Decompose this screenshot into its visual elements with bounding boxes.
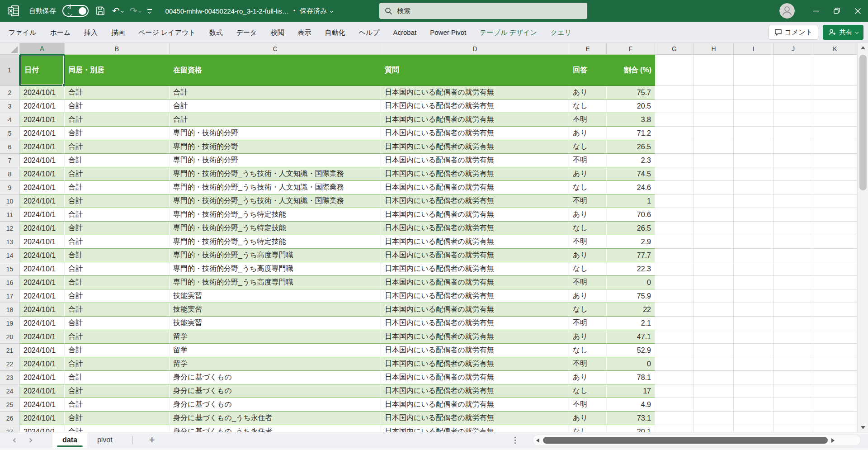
empty-cell[interactable] (655, 99, 694, 113)
empty-cell[interactable] (734, 208, 774, 222)
cell-A9[interactable]: 2024/10/1 (20, 181, 65, 194)
row-header-7[interactable]: 7 (0, 154, 20, 167)
cell-A19[interactable]: 2024/10/1 (20, 317, 65, 330)
row-header-14[interactable]: 14 (0, 249, 20, 262)
empty-cell[interactable] (774, 99, 813, 113)
cell-F15[interactable]: 22.3 (607, 262, 655, 276)
cell-B13[interactable]: 合計 (65, 235, 170, 249)
empty-cell[interactable] (774, 412, 813, 425)
cell-D11[interactable]: 日本国内にいる配偶者の就労有無 (381, 208, 569, 222)
row-header-21[interactable]: 21 (0, 344, 20, 357)
cell-F18[interactable]: 22 (607, 303, 655, 317)
empty-cell[interactable] (734, 384, 774, 398)
empty-cell[interactable] (813, 330, 857, 344)
cell-C18[interactable]: 技能実習 (170, 303, 381, 317)
empty-cell[interactable] (694, 154, 734, 167)
empty-cell[interactable] (774, 235, 813, 249)
cell-A15[interactable]: 2024/10/1 (20, 262, 65, 276)
cell-C17[interactable]: 技能実習 (170, 289, 381, 303)
empty-cell[interactable] (694, 344, 734, 357)
cell-D6[interactable]: 日本国内にいる配偶者の就労有無 (381, 140, 569, 154)
cell-B23[interactable]: 合計 (65, 371, 170, 384)
empty-cell[interactable] (694, 412, 734, 425)
ribbon-tab-Acrobat[interactable]: Acrobat (387, 22, 424, 43)
cell-D3[interactable]: 日本国内にいる配偶者の就労有無 (381, 99, 569, 113)
empty-cell[interactable] (813, 425, 857, 432)
ribbon-tab-データ[interactable]: データ (230, 22, 264, 43)
empty-cell[interactable] (694, 425, 734, 432)
empty-cell[interactable] (813, 181, 857, 194)
empty-cell[interactable] (734, 357, 774, 371)
empty-cell[interactable] (774, 181, 813, 194)
empty-cell[interactable] (655, 303, 694, 317)
empty-cell[interactable] (655, 154, 694, 167)
empty-cell[interactable] (694, 208, 734, 222)
empty-cell[interactable] (813, 222, 857, 235)
empty-cell[interactable] (813, 303, 857, 317)
empty-cell[interactable] (813, 276, 857, 289)
autosave-toggle[interactable]: オン (62, 5, 89, 17)
empty-cell[interactable] (655, 398, 694, 412)
row-header-4[interactable]: 4 (0, 113, 20, 127)
empty-cell[interactable] (734, 86, 774, 99)
empty-cell[interactable] (734, 55, 774, 86)
cell-A14[interactable]: 2024/10/1 (20, 249, 65, 262)
row-header-26[interactable]: 26 (0, 412, 20, 425)
prev-sheet-button[interactable] (14, 439, 17, 442)
empty-cell[interactable] (655, 194, 694, 208)
cell-B4[interactable]: 合計 (65, 113, 170, 127)
cell-A3[interactable]: 2024/10/1 (20, 99, 65, 113)
empty-cell[interactable] (813, 344, 857, 357)
cell-A26[interactable]: 2024/10/1 (20, 412, 65, 425)
empty-cell[interactable] (734, 154, 774, 167)
empty-cell[interactable] (813, 262, 857, 276)
cell-B24[interactable]: 合計 (65, 384, 170, 398)
cell-E26[interactable]: あり (569, 412, 607, 425)
cell-F27[interactable]: 20.1 (607, 425, 655, 432)
excel-app-icon[interactable] (7, 5, 20, 17)
cell-F23[interactable]: 78.1 (607, 371, 655, 384)
empty-cell[interactable] (734, 330, 774, 344)
empty-cell[interactable] (774, 55, 813, 86)
horizontal-scrollbar[interactable] (533, 435, 861, 446)
empty-cell[interactable] (734, 317, 774, 330)
vertical-scrollbar[interactable] (857, 43, 868, 432)
empty-cell[interactable] (774, 249, 813, 262)
row-header-25[interactable]: 25 (0, 398, 20, 412)
cell-D16[interactable]: 日本国内にいる配偶者の就労有無 (381, 276, 569, 289)
cell-B2[interactable]: 合計 (65, 86, 170, 99)
cell-C5[interactable]: 専門的・技術的分野 (170, 127, 381, 140)
cell-B14[interactable]: 合計 (65, 249, 170, 262)
cell-B21[interactable]: 合計 (65, 344, 170, 357)
cell-E19[interactable]: 不明 (569, 317, 607, 330)
empty-cell[interactable] (655, 55, 694, 86)
empty-cell[interactable] (655, 371, 694, 384)
empty-cell[interactable] (813, 249, 857, 262)
empty-cell[interactable] (655, 113, 694, 127)
scroll-down-button[interactable] (858, 423, 868, 432)
cell-C8[interactable]: 専門的・技術的分野_うち技術・人文知識・国際業務 (170, 167, 381, 181)
empty-cell[interactable] (694, 262, 734, 276)
cell-C14[interactable]: 専門的・技術的分野_うち高度専門職 (170, 249, 381, 262)
empty-cell[interactable] (655, 249, 694, 262)
empty-cell[interactable] (774, 317, 813, 330)
cell-B22[interactable]: 合計 (65, 357, 170, 371)
ribbon-tab-テーブル デザイン[interactable]: テーブル デザイン (473, 22, 544, 43)
save-status[interactable]: 保存済み (300, 7, 332, 15)
cell-E7[interactable]: 不明 (569, 154, 607, 167)
cell-E10[interactable]: 不明 (569, 194, 607, 208)
cell-C16[interactable]: 専門的・技術的分野_うち高度専門職 (170, 276, 381, 289)
cell-C21[interactable]: 留学 (170, 344, 381, 357)
cell-E20[interactable]: あり (569, 330, 607, 344)
empty-cell[interactable] (774, 289, 813, 303)
empty-cell[interactable] (774, 194, 813, 208)
save-icon[interactable] (95, 5, 106, 16)
empty-cell[interactable] (655, 235, 694, 249)
cell-B9[interactable]: 合計 (65, 181, 170, 194)
empty-cell[interactable] (655, 384, 694, 398)
cell-C11[interactable]: 専門的・技術的分野_うち特定技能 (170, 208, 381, 222)
cell-A4[interactable]: 2024/10/1 (20, 113, 65, 127)
empty-cell[interactable] (774, 371, 813, 384)
row-header-18[interactable]: 18 (0, 303, 20, 317)
empty-cell[interactable] (655, 262, 694, 276)
